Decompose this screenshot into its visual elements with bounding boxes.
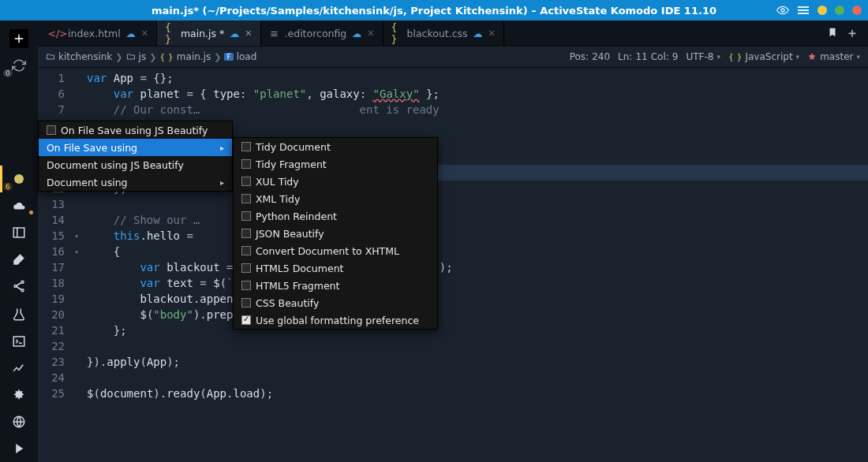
checkbox-icon (241, 177, 251, 186)
preview-icon[interactable] (776, 4, 789, 17)
format-context-menu: On File Save using JS BeautifyOn File Sa… (38, 121, 233, 192)
menu-item-label: HTML5 Document (256, 263, 343, 274)
svg-point-5 (21, 289, 24, 292)
science-button[interactable] (0, 301, 38, 328)
tab-editorconfig[interactable]: ≡ .editorconfig ☁ ✕ (261, 20, 383, 46)
menu-item[interactable]: Convert Document to XHTML (234, 242, 437, 259)
menu-item[interactable]: HTML5 Document (234, 259, 437, 277)
checkbox-icon (241, 246, 251, 255)
svg-point-0 (781, 9, 784, 12)
menu-item-label: JSON Beautify (256, 228, 324, 240)
tab-label: index.html (68, 28, 121, 39)
panel-layout-button[interactable] (0, 219, 38, 246)
menu-item[interactable]: On File Save using▸ (39, 139, 232, 156)
close-window-icon[interactable] (852, 6, 862, 15)
menu-item[interactable]: Use global formatting preference (234, 311, 437, 329)
menu-item[interactable]: Tidy Fragment (234, 155, 437, 173)
chevron-right-icon: ▸ (220, 143, 224, 152)
breadcrumb-symbol[interactable]: F load (224, 51, 256, 62)
html-icon: </> (52, 28, 63, 39)
menu-item[interactable]: HTML5 Fragment (234, 277, 437, 294)
checkbox-icon (241, 194, 251, 203)
format-submenu: Tidy DocumentTidy FragmentXUL TidyXML Ti… (233, 137, 438, 330)
menu-item[interactable]: On File Save using JS Beautify (39, 121, 232, 139)
breadcrumb-subfolder[interactable]: js (126, 51, 147, 62)
close-icon[interactable]: ✕ (488, 28, 496, 39)
menu-item-label: On File Save using JS Beautify (61, 125, 208, 136)
menu-item[interactable]: JSON Beautify (234, 225, 437, 242)
settings-button[interactable] (0, 382, 38, 408)
tab-strip: </> index.html ☁ ✕ { } main.js * ☁ ✕ ≡ .… (38, 20, 868, 46)
menu-item[interactable]: CSS Beautify (234, 294, 437, 311)
svg-point-3 (21, 281, 24, 283)
menu-item-label: CSS Beautify (256, 297, 319, 309)
tab-index-html[interactable]: </> index.html ☁ ✕ (44, 20, 157, 46)
add-tab-button[interactable]: ＋ (846, 25, 859, 42)
cloud-icon: ☁ (229, 28, 240, 39)
status-language[interactable]: { } JavaScript▾ (728, 51, 799, 62)
menu-item-label: Tidy Fragment (256, 158, 327, 170)
lint-indicator[interactable]: 6 (0, 166, 38, 192)
tab-label: main.js * (181, 28, 224, 39)
web-button[interactable] (0, 408, 38, 435)
cloud-icon: ☁ (125, 28, 137, 39)
status-branch[interactable]: master▾ (807, 51, 860, 62)
svg-rect-2 (13, 228, 24, 237)
checkbox-icon (241, 315, 251, 325)
cloud-button[interactable] (0, 192, 38, 219)
window-titlebar: main.js* (~/Projects/Samples/kitchensink… (0, 0, 868, 20)
maximize-icon[interactable] (835, 6, 844, 15)
checkbox-icon (241, 263, 251, 273)
draw-button[interactable] (0, 246, 38, 273)
menu-item[interactable]: XUL Tidy (234, 173, 437, 190)
menu-item-label: Use global formatting preference (256, 315, 419, 326)
cfg-icon: ≡ (269, 28, 280, 39)
menu-item-label: Python Reindent (256, 211, 337, 222)
close-icon[interactable]: ✕ (141, 28, 148, 39)
sync-badge: 0 (3, 69, 13, 77)
bookmark-icon[interactable] (827, 27, 838, 40)
terminal-button[interactable] (0, 328, 38, 355)
close-icon[interactable]: ✕ (245, 28, 252, 39)
new-file-button[interactable] (0, 25, 38, 52)
menu-item-label: Tidy Document (256, 141, 331, 153)
menu-item-label: Document using (47, 177, 128, 188)
stats-button[interactable] (0, 355, 38, 382)
checkbox-icon (47, 125, 56, 135)
css-icon: { } (391, 28, 402, 39)
cloud-icon: ☁ (473, 28, 484, 39)
checkbox-icon (241, 159, 251, 169)
cloud-icon: ☁ (351, 28, 362, 39)
breadcrumb-bar: kitchensink ❯ js ❯ { } main.js ❯ F load (38, 46, 868, 68)
breadcrumb-file[interactable]: { } main.js (159, 51, 211, 62)
menu-item[interactable]: Document using JS Beautify (39, 156, 232, 173)
menu-icon[interactable] (797, 4, 810, 17)
menu-item[interactable]: Tidy Document (234, 138, 437, 155)
sync-button[interactable]: 0 (0, 52, 38, 79)
status-position[interactable]: Pos: 240 (570, 51, 610, 62)
svg-rect-6 (13, 337, 24, 346)
close-icon[interactable]: ✕ (367, 28, 374, 39)
chevron-right-icon: ▸ (220, 178, 224, 187)
share-button[interactable] (0, 273, 38, 300)
svg-point-1 (14, 174, 24, 184)
tab-blackout-css[interactable]: { } blackout.css ☁ ✕ (383, 20, 504, 46)
checkbox-icon (241, 142, 251, 151)
menu-item[interactable]: Python Reindent (234, 207, 437, 225)
breadcrumb-folder[interactable]: kitchensink (46, 51, 112, 62)
checkbox-icon (241, 298, 251, 307)
minimize-icon[interactable] (817, 6, 827, 15)
checkbox-icon (241, 211, 251, 221)
activity-bar: 0 6 (0, 20, 38, 462)
status-line-col[interactable]: Ln: 11 Col: 9 (618, 51, 678, 62)
menu-item[interactable]: Document using▸ (39, 173, 232, 191)
tab-label: blackout.css (407, 28, 468, 39)
tab-label: .editorconfig (285, 28, 347, 39)
menu-item-label: XML Tidy (256, 193, 300, 205)
tab-main-js[interactable]: { } main.js * ☁ ✕ (157, 20, 261, 46)
menu-item-label: HTML5 Fragment (256, 280, 339, 292)
run-button[interactable] (0, 435, 38, 462)
status-encoding[interactable]: UTF-8▾ (686, 51, 720, 62)
menu-item[interactable]: XML Tidy (234, 190, 437, 207)
svg-point-4 (14, 285, 17, 288)
